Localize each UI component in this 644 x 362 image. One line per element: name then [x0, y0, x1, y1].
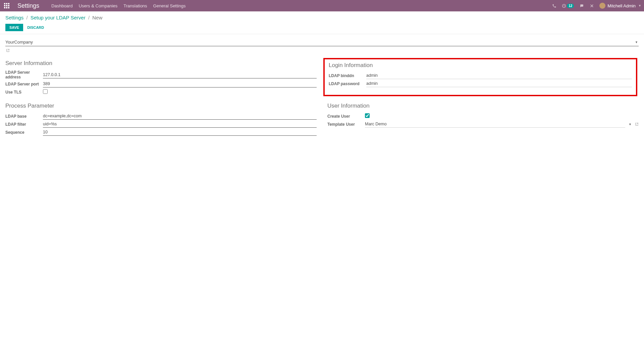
- chevron-down-icon[interactable]: ▼: [634, 41, 639, 44]
- section-title: Process Parameter: [5, 103, 317, 109]
- external-link-icon[interactable]: [6, 49, 10, 52]
- ldap-server-address-input[interactable]: [43, 72, 317, 77]
- phone-icon[interactable]: [552, 4, 556, 8]
- close-icon[interactable]: [590, 4, 594, 8]
- company-field[interactable]: ▼: [5, 38, 639, 46]
- field-label: LDAP password: [329, 81, 366, 86]
- field-label: Template User: [327, 122, 365, 127]
- field-label: LDAP Server port: [5, 82, 43, 86]
- breadcrumb-mid[interactable]: Setup your LDAP Server: [31, 15, 86, 20]
- field-label: Create User: [327, 114, 365, 119]
- ldap-base-input[interactable]: [43, 113, 317, 119]
- ldap-binddn-input[interactable]: [366, 73, 632, 78]
- ldap-server-port-input[interactable]: [43, 81, 317, 86]
- nav-general-settings[interactable]: General Settings: [153, 3, 186, 8]
- chevron-down-icon: ▼: [638, 4, 641, 7]
- create-user-checkbox[interactable]: [365, 113, 370, 118]
- login-info-highlight: Login Information LDAP binddn LDAP passw…: [323, 58, 637, 96]
- navbar: Settings Dashboard Users & Companies Tra…: [0, 0, 644, 11]
- breadcrumb-current: New: [92, 15, 102, 20]
- breadcrumb-sep: /: [26, 15, 28, 20]
- external-link-icon[interactable]: [635, 122, 639, 126]
- avatar: [599, 3, 605, 9]
- breadcrumb-root[interactable]: Settings: [5, 15, 23, 20]
- form-sheet: ▼ Server Information LDAP Server address…: [0, 34, 644, 141]
- activity-badge: 12: [567, 4, 574, 8]
- save-button[interactable]: SAVE: [5, 24, 23, 31]
- server-info-section: Server Information LDAP Server address L…: [5, 60, 317, 97]
- chat-icon[interactable]: [579, 4, 584, 8]
- section-title: User Information: [327, 103, 639, 109]
- discard-button[interactable]: DISCARD: [27, 25, 44, 29]
- sequence-input[interactable]: [43, 129, 317, 135]
- use-tls-checkbox[interactable]: [43, 89, 48, 94]
- chevron-down-icon[interactable]: ▼: [627, 123, 633, 126]
- control-panel: Settings / Setup your LDAP Server / New …: [0, 11, 644, 34]
- company-input[interactable]: [5, 39, 634, 45]
- field-label: Use TLS: [5, 90, 43, 95]
- breadcrumb: Settings / Setup your LDAP Server / New: [5, 15, 639, 20]
- ldap-filter-input[interactable]: [43, 121, 317, 127]
- nav-dashboard[interactable]: Dashboard: [51, 3, 73, 8]
- section-title: Login Information: [329, 62, 632, 69]
- apps-icon[interactable]: [4, 3, 9, 8]
- user-menu[interactable]: Mitchell Admin ▼: [599, 3, 641, 9]
- navbar-menu: Dashboard Users & Companies Translations…: [51, 3, 185, 8]
- nav-translations[interactable]: Translations: [123, 3, 147, 8]
- user-info-section: User Information Create User Template Us…: [327, 103, 639, 137]
- process-param-section: Process Parameter LDAP base LDAP filter …: [5, 103, 317, 137]
- template-user-input[interactable]: [365, 121, 625, 127]
- nav-users-companies[interactable]: Users & Companies: [79, 3, 118, 8]
- field-label: Sequence: [5, 130, 43, 135]
- field-label: LDAP base: [5, 114, 43, 119]
- section-title: Server Information: [5, 60, 317, 67]
- app-title: Settings: [17, 2, 39, 9]
- field-label: LDAP Server address: [5, 70, 43, 79]
- field-label: LDAP binddn: [329, 73, 366, 78]
- activities-icon[interactable]: 12: [562, 4, 574, 8]
- field-label: LDAP filter: [5, 122, 43, 127]
- breadcrumb-sep: /: [88, 15, 90, 20]
- ldap-password-input[interactable]: [366, 81, 632, 86]
- user-name-label: Mitchell Admin: [607, 3, 636, 8]
